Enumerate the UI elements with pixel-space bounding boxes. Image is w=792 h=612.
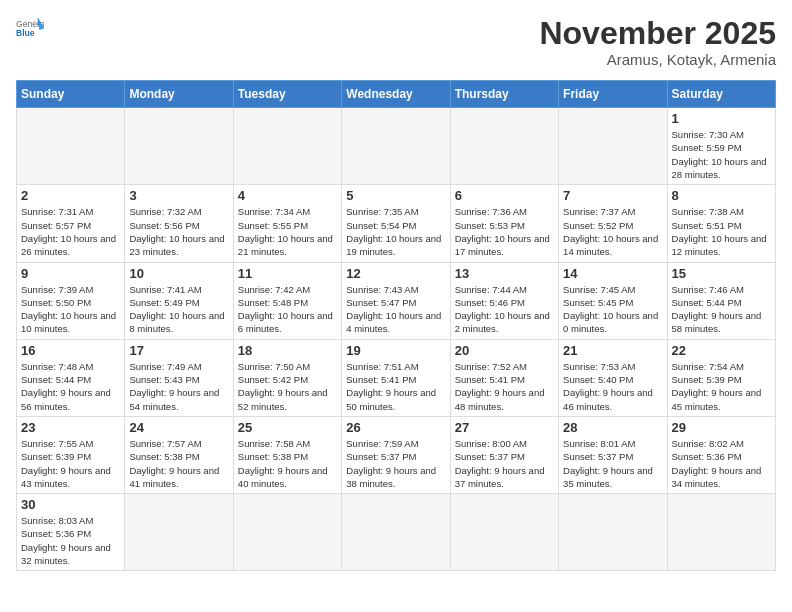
svg-text:Blue: Blue — [16, 28, 35, 38]
table-cell — [125, 494, 233, 571]
day-info: Sunrise: 7:32 AM Sunset: 5:56 PM Dayligh… — [129, 205, 228, 258]
table-cell — [450, 494, 558, 571]
table-cell — [17, 108, 125, 185]
table-cell: 26Sunrise: 7:59 AM Sunset: 5:37 PM Dayli… — [342, 416, 450, 493]
day-info: Sunrise: 7:50 AM Sunset: 5:42 PM Dayligh… — [238, 360, 337, 413]
table-cell: 18Sunrise: 7:50 AM Sunset: 5:42 PM Dayli… — [233, 339, 341, 416]
day-info: Sunrise: 7:34 AM Sunset: 5:55 PM Dayligh… — [238, 205, 337, 258]
day-number: 20 — [455, 343, 554, 358]
day-info: Sunrise: 7:44 AM Sunset: 5:46 PM Dayligh… — [455, 283, 554, 336]
table-cell: 7Sunrise: 7:37 AM Sunset: 5:52 PM Daylig… — [559, 185, 667, 262]
day-info: Sunrise: 7:46 AM Sunset: 5:44 PM Dayligh… — [672, 283, 771, 336]
day-info: Sunrise: 7:55 AM Sunset: 5:39 PM Dayligh… — [21, 437, 120, 490]
day-number: 27 — [455, 420, 554, 435]
day-info: Sunrise: 7:51 AM Sunset: 5:41 PM Dayligh… — [346, 360, 445, 413]
day-number: 21 — [563, 343, 662, 358]
day-info: Sunrise: 7:59 AM Sunset: 5:37 PM Dayligh… — [346, 437, 445, 490]
day-number: 12 — [346, 266, 445, 281]
day-number: 3 — [129, 188, 228, 203]
table-cell — [450, 108, 558, 185]
day-number: 17 — [129, 343, 228, 358]
table-cell: 15Sunrise: 7:46 AM Sunset: 5:44 PM Dayli… — [667, 262, 775, 339]
day-info: Sunrise: 7:38 AM Sunset: 5:51 PM Dayligh… — [672, 205, 771, 258]
day-info: Sunrise: 7:39 AM Sunset: 5:50 PM Dayligh… — [21, 283, 120, 336]
calendar-row: 2Sunrise: 7:31 AM Sunset: 5:57 PM Daylig… — [17, 185, 776, 262]
col-sunday: Sunday — [17, 81, 125, 108]
table-cell: 27Sunrise: 8:00 AM Sunset: 5:37 PM Dayli… — [450, 416, 558, 493]
table-cell: 20Sunrise: 7:52 AM Sunset: 5:41 PM Dayli… — [450, 339, 558, 416]
day-info: Sunrise: 8:03 AM Sunset: 5:36 PM Dayligh… — [21, 514, 120, 567]
day-number: 13 — [455, 266, 554, 281]
day-number: 2 — [21, 188, 120, 203]
calendar-header-row: Sunday Monday Tuesday Wednesday Thursday… — [17, 81, 776, 108]
calendar-row: 16Sunrise: 7:48 AM Sunset: 5:44 PM Dayli… — [17, 339, 776, 416]
day-info: Sunrise: 7:49 AM Sunset: 5:43 PM Dayligh… — [129, 360, 228, 413]
location-title: Aramus, Kotayk, Armenia — [539, 51, 776, 68]
table-cell — [233, 494, 341, 571]
calendar-row: 1Sunrise: 7:30 AM Sunset: 5:59 PM Daylig… — [17, 108, 776, 185]
day-number: 11 — [238, 266, 337, 281]
table-cell: 10Sunrise: 7:41 AM Sunset: 5:49 PM Dayli… — [125, 262, 233, 339]
day-info: Sunrise: 7:53 AM Sunset: 5:40 PM Dayligh… — [563, 360, 662, 413]
col-friday: Friday — [559, 81, 667, 108]
day-info: Sunrise: 7:31 AM Sunset: 5:57 PM Dayligh… — [21, 205, 120, 258]
day-number: 22 — [672, 343, 771, 358]
table-cell: 19Sunrise: 7:51 AM Sunset: 5:41 PM Dayli… — [342, 339, 450, 416]
table-cell: 1Sunrise: 7:30 AM Sunset: 5:59 PM Daylig… — [667, 108, 775, 185]
table-cell: 5Sunrise: 7:35 AM Sunset: 5:54 PM Daylig… — [342, 185, 450, 262]
table-cell: 16Sunrise: 7:48 AM Sunset: 5:44 PM Dayli… — [17, 339, 125, 416]
day-info: Sunrise: 8:01 AM Sunset: 5:37 PM Dayligh… — [563, 437, 662, 490]
table-cell: 6Sunrise: 7:36 AM Sunset: 5:53 PM Daylig… — [450, 185, 558, 262]
table-cell: 28Sunrise: 8:01 AM Sunset: 5:37 PM Dayli… — [559, 416, 667, 493]
day-number: 9 — [21, 266, 120, 281]
table-cell: 14Sunrise: 7:45 AM Sunset: 5:45 PM Dayli… — [559, 262, 667, 339]
logo: General Blue — [16, 16, 44, 44]
col-monday: Monday — [125, 81, 233, 108]
day-number: 15 — [672, 266, 771, 281]
day-info: Sunrise: 7:48 AM Sunset: 5:44 PM Dayligh… — [21, 360, 120, 413]
table-cell: 13Sunrise: 7:44 AM Sunset: 5:46 PM Dayli… — [450, 262, 558, 339]
col-tuesday: Tuesday — [233, 81, 341, 108]
calendar: Sunday Monday Tuesday Wednesday Thursday… — [16, 80, 776, 571]
table-cell: 8Sunrise: 7:38 AM Sunset: 5:51 PM Daylig… — [667, 185, 775, 262]
day-number: 6 — [455, 188, 554, 203]
table-cell: 2Sunrise: 7:31 AM Sunset: 5:57 PM Daylig… — [17, 185, 125, 262]
day-number: 18 — [238, 343, 337, 358]
table-cell — [233, 108, 341, 185]
day-number: 28 — [563, 420, 662, 435]
day-info: Sunrise: 7:45 AM Sunset: 5:45 PM Dayligh… — [563, 283, 662, 336]
day-number: 25 — [238, 420, 337, 435]
table-cell — [559, 108, 667, 185]
day-number: 30 — [21, 497, 120, 512]
calendar-row: 30Sunrise: 8:03 AM Sunset: 5:36 PM Dayli… — [17, 494, 776, 571]
day-info: Sunrise: 7:58 AM Sunset: 5:38 PM Dayligh… — [238, 437, 337, 490]
day-info: Sunrise: 8:00 AM Sunset: 5:37 PM Dayligh… — [455, 437, 554, 490]
table-cell: 29Sunrise: 8:02 AM Sunset: 5:36 PM Dayli… — [667, 416, 775, 493]
day-info: Sunrise: 7:42 AM Sunset: 5:48 PM Dayligh… — [238, 283, 337, 336]
table-cell: 3Sunrise: 7:32 AM Sunset: 5:56 PM Daylig… — [125, 185, 233, 262]
table-cell — [667, 494, 775, 571]
calendar-row: 9Sunrise: 7:39 AM Sunset: 5:50 PM Daylig… — [17, 262, 776, 339]
month-title: November 2025 — [539, 16, 776, 51]
calendar-row: 23Sunrise: 7:55 AM Sunset: 5:39 PM Dayli… — [17, 416, 776, 493]
day-info: Sunrise: 7:35 AM Sunset: 5:54 PM Dayligh… — [346, 205, 445, 258]
day-number: 5 — [346, 188, 445, 203]
table-cell: 12Sunrise: 7:43 AM Sunset: 5:47 PM Dayli… — [342, 262, 450, 339]
day-info: Sunrise: 7:36 AM Sunset: 5:53 PM Dayligh… — [455, 205, 554, 258]
day-number: 8 — [672, 188, 771, 203]
day-info: Sunrise: 7:30 AM Sunset: 5:59 PM Dayligh… — [672, 128, 771, 181]
day-info: Sunrise: 7:54 AM Sunset: 5:39 PM Dayligh… — [672, 360, 771, 413]
day-number: 10 — [129, 266, 228, 281]
col-thursday: Thursday — [450, 81, 558, 108]
day-number: 23 — [21, 420, 120, 435]
col-wednesday: Wednesday — [342, 81, 450, 108]
table-cell: 25Sunrise: 7:58 AM Sunset: 5:38 PM Dayli… — [233, 416, 341, 493]
col-saturday: Saturday — [667, 81, 775, 108]
day-info: Sunrise: 7:43 AM Sunset: 5:47 PM Dayligh… — [346, 283, 445, 336]
table-cell: 11Sunrise: 7:42 AM Sunset: 5:48 PM Dayli… — [233, 262, 341, 339]
table-cell: 9Sunrise: 7:39 AM Sunset: 5:50 PM Daylig… — [17, 262, 125, 339]
day-info: Sunrise: 8:02 AM Sunset: 5:36 PM Dayligh… — [672, 437, 771, 490]
day-number: 16 — [21, 343, 120, 358]
day-info: Sunrise: 7:41 AM Sunset: 5:49 PM Dayligh… — [129, 283, 228, 336]
table-cell — [342, 108, 450, 185]
